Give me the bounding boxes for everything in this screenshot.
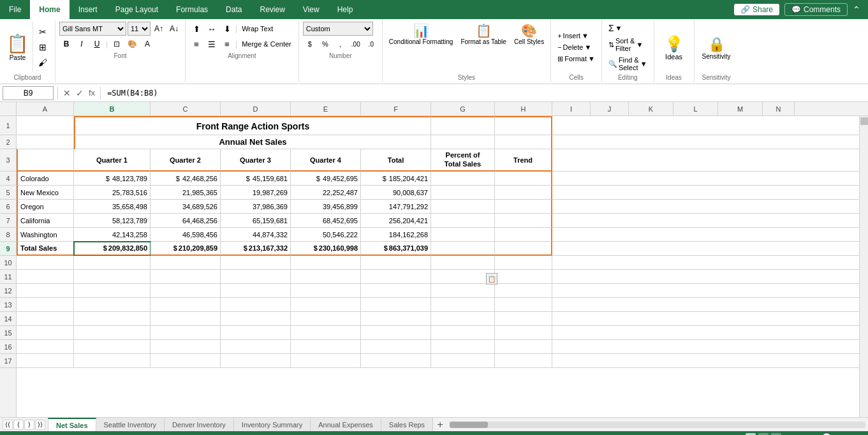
cell-H1[interactable] [495,116,552,135]
cell-F8[interactable]: 184,162,268 [361,228,431,242]
cell-B5[interactable]: 25,783,516 [74,186,151,200]
cell-E4[interactable]: $49,452,695 [291,172,361,186]
cell-F7[interactable]: 256,204,421 [361,214,431,228]
paste-options-icon[interactable]: 📋 [486,273,497,284]
cell-C9[interactable]: $210,209,859 [151,242,221,256]
col-header-B[interactable]: B [74,102,151,115]
tab-review[interactable]: Review [251,0,293,19]
cell-E6[interactable]: 39,456,899 [291,200,361,214]
cell-A4[interactable]: Colorado [17,172,74,186]
cell-H5[interactable] [495,186,552,200]
cell-D4[interactable]: $45,159,681 [221,172,291,186]
sheet-nav-next[interactable]: ⟩ [24,420,34,430]
cell-F4[interactable]: $185,204,421 [361,172,431,186]
cell-G1[interactable] [431,116,495,135]
tab-view[interactable]: View [294,0,328,19]
insert-button[interactable]: +Insert▼ [555,31,598,41]
tab-insert[interactable]: Insert [70,0,107,19]
col-header-K[interactable]: K [629,102,673,115]
sensitivity-button[interactable]: 🔒 Sensitivity [700,22,733,74]
cell-B3[interactable]: Quarter 1 [74,149,151,172]
cell-G9[interactable] [431,242,495,256]
sheet-tab-seattle-inventory[interactable]: Seattle Inventory [96,418,165,431]
col-header-E[interactable]: E [291,102,361,115]
cell-E5[interactable]: 22,252,487 [291,186,361,200]
col-header-N[interactable]: N [763,102,795,115]
increase-decimal-button[interactable]: .00 [349,37,363,51]
align-right-button[interactable]: ≡ [220,37,234,51]
cell-A6[interactable]: Oregon [17,200,74,214]
col-header-G[interactable]: G [431,102,495,115]
cell-F6[interactable]: 147,791,292 [361,200,431,214]
col-header-D[interactable]: D [221,102,291,115]
sheet-nav-last[interactable]: ⟩⟩ [35,420,45,430]
align-top-button[interactable]: ⬆ [189,22,203,36]
tab-formulas[interactable]: Formulas [167,0,217,19]
cell-E7[interactable]: 68,452,695 [291,214,361,228]
font-name-select[interactable]: Gill Sans MT [59,22,126,36]
cell-B6[interactable]: 35,658,498 [74,200,151,214]
cell-A2[interactable] [17,135,74,149]
cell-styles-button[interactable]: 🎨 Cell Styles [511,22,547,73]
cell-B9[interactable]: $209,832,850 [74,242,151,256]
format-button[interactable]: ⊞Format▼ [555,54,598,64]
sheet-tab-inventory-summary[interactable]: Inventory Summary [234,418,311,431]
cell-A9[interactable]: Total Sales [17,242,74,256]
cell-D6[interactable]: 37,986,369 [221,200,291,214]
sheet-tab-denver-inventory[interactable]: Denver Inventory [165,418,234,431]
cell-A8[interactable]: Washington [17,228,74,242]
cell-D9[interactable]: $213,167,332 [221,242,291,256]
percent-button[interactable]: % [318,37,332,51]
sheet-tab-net-sales[interactable]: Net Sales [48,418,96,431]
sort-filter-button[interactable]: ⇅Sort &Filter▼ [606,36,650,54]
cell-H3[interactable]: Trend [495,149,552,172]
cell-D7[interactable]: 65,159,681 [221,214,291,228]
cell-C6[interactable]: 34,689,526 [151,200,221,214]
cell-F3[interactable]: Total [361,149,431,172]
cell-H2[interactable] [495,135,552,149]
accounting-button[interactable]: $ [303,37,317,51]
decrease-decimal-button[interactable]: .0 [364,37,378,51]
font-size-select[interactable]: 11 [128,22,151,36]
autosum-button[interactable]: Σ▼ [606,22,650,34]
cell-F9[interactable]: $863,371,039 [361,242,431,256]
tab-help[interactable]: Help [328,0,362,19]
paste-button[interactable]: 📋 Paste [3,22,33,73]
cell-D5[interactable]: 19,987,269 [221,186,291,200]
tab-home[interactable]: Home [30,0,69,19]
wrap-text-button[interactable]: Wrap Text [239,22,276,36]
cell-H8[interactable] [495,228,552,242]
cell-G6[interactable] [431,200,495,214]
name-box[interactable] [3,86,54,100]
col-header-M[interactable]: M [718,102,763,115]
cell-C7[interactable]: 64,468,256 [151,214,221,228]
bold-button[interactable]: B [59,37,73,51]
cell-E3[interactable]: Quarter 4 [291,149,361,172]
cell-B8[interactable]: 42,143,258 [74,228,151,242]
cell-B7[interactable]: 58,123,789 [74,214,151,228]
cell-C3[interactable]: Quarter 2 [151,149,221,172]
ribbon-collapse-icon[interactable]: ⌃ [853,4,860,15]
ideas-button[interactable]: 💡 Ideas [659,22,689,74]
cell-A1[interactable] [17,116,74,135]
cell-C5[interactable]: 21,985,365 [151,186,221,200]
cell-G5[interactable] [431,186,495,200]
fill-color-button[interactable]: 🎨 [125,37,139,51]
tab-file[interactable]: File [0,0,30,19]
comments-button[interactable]: 💬 Comments [784,3,848,16]
confirm-formula-icon[interactable]: ✓ [75,88,85,98]
align-bottom-button[interactable]: ⬇ [220,22,234,36]
tab-data[interactable]: Data [217,0,251,19]
sheet-nav-prev[interactable]: ⟨ [13,420,24,430]
cell-H4[interactable] [495,172,552,186]
cell-B1[interactable]: Front Range Action Sports [74,116,431,135]
tab-page-layout[interactable]: Page Layout [107,0,167,19]
insert-function-icon[interactable]: fx [87,88,96,98]
share-button[interactable]: 🔗 Share [734,4,779,15]
cell-F5[interactable]: 90,008,637 [361,186,431,200]
underline-button[interactable]: U [90,37,104,51]
cell-H7[interactable] [495,214,552,228]
col-header-J[interactable]: J [591,102,629,115]
format-table-button[interactable]: 📋 Format as Table [458,22,509,73]
format-painter-button[interactable]: 🖌 [36,55,50,70]
